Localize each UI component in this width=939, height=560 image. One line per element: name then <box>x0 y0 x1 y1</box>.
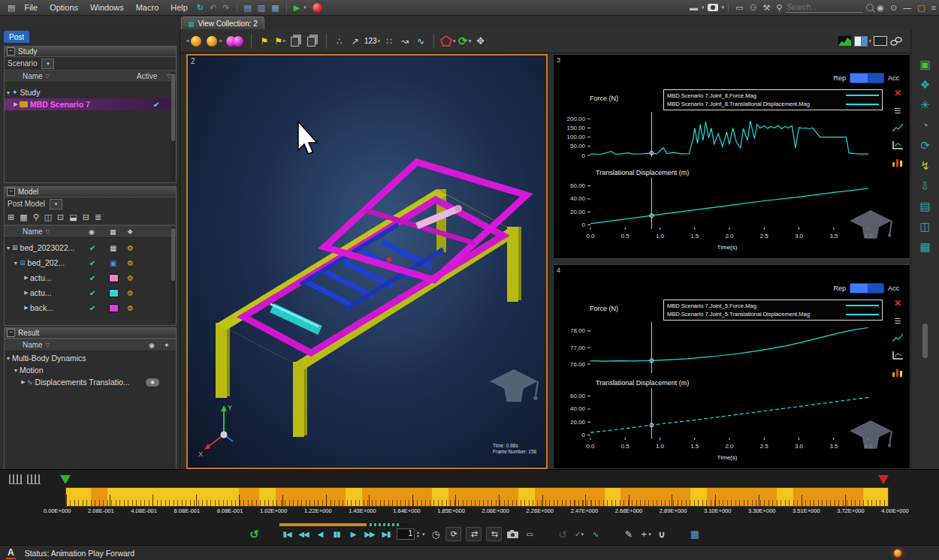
model-tool-cell-icon[interactable]: ⊡ <box>57 212 64 222</box>
filter-icon[interactable]: ▽ <box>46 74 50 80</box>
collapse-icon[interactable]: − <box>7 329 15 337</box>
fast-forward-button[interactable]: ▶▶ <box>364 528 376 540</box>
copy-page-icon[interactable] <box>289 33 303 50</box>
table-view-button[interactable]: ▦ <box>688 528 700 540</box>
start-marker[interactable] <box>60 475 71 484</box>
frame-count-button[interactable]: 123▾ <box>364 33 380 50</box>
visibility-check-icon[interactable]: ✔ <box>89 244 95 252</box>
study-root-label[interactable]: Study <box>20 88 41 97</box>
list-icon[interactable]: ▤ <box>919 200 930 213</box>
expand-arrow-icon[interactable]: ▶ <box>12 101 20 107</box>
trace-dots-icon[interactable]: ∷ <box>382 33 396 50</box>
expand-arrow-icon[interactable]: ▶ <box>20 379 27 385</box>
pin-icon[interactable]: ⊙ <box>890 3 897 13</box>
strip-scrollbar-thumb[interactable] <box>922 324 928 358</box>
grid-icon[interactable]: ▦ <box>919 240 930 254</box>
section-polygon-icon[interactable]: ▾ <box>440 33 456 50</box>
timeline-band[interactable] <box>65 487 889 507</box>
model-tree-row[interactable]: ▶ actu... ✔ ⚙ <box>5 285 176 300</box>
flag-next-icon[interactable]: ⚑» <box>273 33 287 50</box>
result-tree-label[interactable]: Multi-Body Dynamics <box>12 354 86 363</box>
model-tree-row[interactable]: ▼ ⊞ bed_2023022... ✔ ▦ ⚙ <box>5 240 176 255</box>
link-icon[interactable]: ⚲ <box>776 3 782 13</box>
hamburger-menu-icon[interactable]: ≡ <box>931 3 936 12</box>
step-backward-button[interactable]: ◀ <box>314 528 326 540</box>
maximize-icon[interactable]: ▢ <box>917 3 925 13</box>
collapse-icon[interactable]: − <box>7 47 15 56</box>
frame-spinner[interactable]: 1 ▲▼ ▾ <box>397 528 424 540</box>
contour-column-icon[interactable]: ◉ <box>149 342 155 349</box>
column-name[interactable]: Name <box>23 341 43 349</box>
model-tree-label[interactable]: actu... <box>30 273 52 282</box>
model-scrollbar[interactable] <box>171 227 175 323</box>
model-tree-row[interactable]: ▼ ⊞ bed_202... ✔ ▣ ⚙ <box>5 255 176 270</box>
expand-arrow-icon[interactable]: ▼ <box>5 245 12 251</box>
capture-camera-icon[interactable] <box>506 528 518 540</box>
visibility-check-icon[interactable]: ✔ <box>89 304 95 312</box>
bed-leg[interactable] <box>293 362 304 437</box>
tab-post[interactable]: Post <box>4 31 29 43</box>
view-collection-tab[interactable]: ▦ View Collection: 2 <box>181 17 264 30</box>
animation-spiral-icon[interactable]: ↺ <box>248 528 260 540</box>
result-section-header[interactable]: −Result <box>5 328 176 339</box>
expand-arrow-icon[interactable]: ▶ <box>23 275 30 281</box>
expand-arrow-icon[interactable]: ▶ <box>23 305 30 311</box>
save-session-icon[interactable]: ▦ <box>271 3 279 13</box>
plot-axes-icon[interactable] <box>892 140 904 149</box>
menu-windows[interactable]: Windows <box>84 3 130 12</box>
model-tree-label[interactable]: actu... <box>30 288 52 297</box>
spinner-down-icon[interactable]: ▼ <box>416 534 420 538</box>
rep-acc-toggle[interactable] <box>850 73 884 83</box>
flag-icon[interactable]: ⚑ <box>258 33 271 50</box>
contour-badge[interactable]: ◉ <box>146 378 159 387</box>
scatter-icon[interactable]: ∴ <box>333 33 346 50</box>
rep-acc-toggle[interactable] <box>850 283 884 294</box>
visibility-check-icon[interactable]: ✔ <box>89 259 95 267</box>
model-cube-icon[interactable]: ▣ <box>919 58 930 71</box>
color-swatch[interactable] <box>109 304 119 312</box>
expand-window-icon[interactable] <box>874 33 887 50</box>
menu-macro[interactable]: Macro <box>130 3 165 12</box>
visibility-check-icon[interactable]: ✔ <box>89 274 95 282</box>
graphics-viewport[interactable]: 2 <box>186 54 548 469</box>
open-session-icon[interactable]: ▥ <box>258 3 265 13</box>
move-tool-icon[interactable]: ✥ <box>474 33 488 50</box>
menu-options[interactable]: Options <box>44 3 84 12</box>
model-tree-label[interactable]: bed_2023022... <box>20 243 75 252</box>
result-tree-label[interactable]: Displacements Translatio... <box>35 378 130 387</box>
path-icon[interactable]: ↝ <box>398 33 412 50</box>
model-tool-link-icon[interactable]: ⚲ <box>33 212 39 222</box>
visibility-check-icon[interactable]: ✔ <box>89 289 95 297</box>
display-icon[interactable]: ▬ <box>690 3 698 12</box>
study-scrollbar[interactable] <box>171 72 175 181</box>
vector-column-icon[interactable]: ✦ <box>164 342 170 349</box>
model-tool-split-icon[interactable]: ◫ <box>44 212 52 222</box>
people-icon[interactable]: ⚇ <box>750 3 757 13</box>
camera-icon[interactable] <box>708 4 718 11</box>
camera-dropdown-icon[interactable]: ▾ <box>722 5 725 11</box>
material-icon[interactable]: ⚙ <box>127 274 134 282</box>
column-name[interactable]: Name <box>23 72 43 80</box>
material-icon[interactable]: ⚙ <box>127 304 134 312</box>
rotate-icon[interactable]: ⟳ <box>920 139 930 152</box>
model-tree-label[interactable]: bed_202... <box>28 258 65 267</box>
trace-curve-icon[interactable]: ∿ <box>589 528 601 540</box>
actuator[interactable] <box>272 308 320 330</box>
run-dropdown-icon[interactable]: ▾ <box>303 5 306 11</box>
page-layout-icon[interactable]: ▾ <box>854 33 871 50</box>
bed-model[interactable]: Y X <box>188 56 546 468</box>
table-column-icon[interactable]: ▦ <box>110 228 116 236</box>
timeline-scale-icon[interactable] <box>9 474 23 484</box>
tree-row-study[interactable]: ▼ ✦ Study <box>5 86 176 98</box>
redo-icon[interactable]: ↷ <box>222 3 229 13</box>
capture-screen-icon[interactable]: ▭ <box>523 528 535 540</box>
plot-list-icon[interactable]: ☰ <box>895 107 901 115</box>
model-tree-row[interactable]: ▶ back... ✔ ⚙ <box>5 300 176 315</box>
plot-curve-icon[interactable] <box>892 333 904 342</box>
clock-icon[interactable]: ◷ <box>429 528 441 540</box>
magnet-snap-button[interactable]: ∪ <box>655 528 667 540</box>
scenario-dropdown[interactable]: ▾ <box>41 59 54 69</box>
annotation-icon[interactable]: A <box>6 547 16 559</box>
plot-area-icon[interactable] <box>838 33 852 50</box>
rotate-tool-icon[interactable]: ⟳▾ <box>458 33 472 50</box>
